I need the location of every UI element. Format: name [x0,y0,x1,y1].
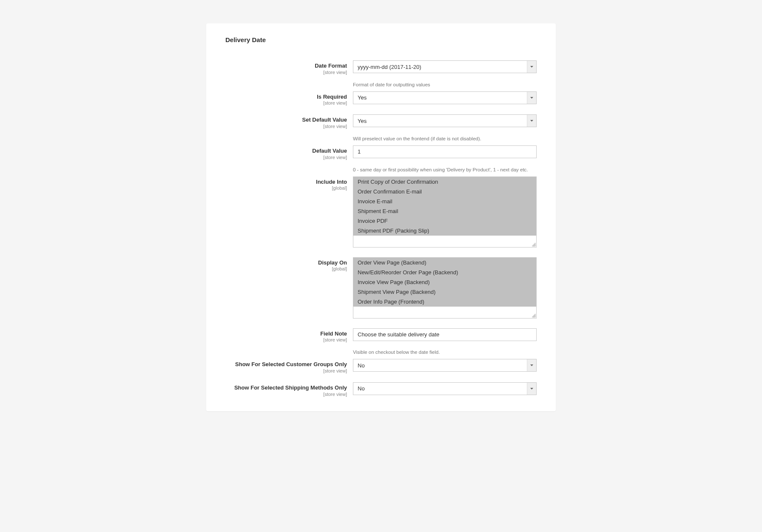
resize-grip-icon [531,242,535,246]
svg-line-2 [532,314,535,317]
select-date-format[interactable]: yyyy-mm-dd (2017-11-20) [353,60,537,73]
scope-display-on: [global] [225,266,347,271]
ms-option[interactable]: Invoice View Page (Backend) [353,277,536,287]
field-row-shipping-methods: Show For Selected Shipping Methods Only … [225,382,537,397]
field-row-include-into: Include Into [global] Print Copy of Orde… [225,176,537,248]
field-row-set-default: Set Default Value [store view] Yes [225,114,537,129]
control-col [353,328,537,341]
select-customer-groups[interactable]: No [353,359,537,372]
multiselect-display-on[interactable]: Order View Page (Backend) New/Edit/Reord… [353,257,537,319]
scope-customer-groups: [store view] [225,368,347,373]
control-col: No [353,382,537,395]
delivery-date-panel: Delivery Date Date Format [store view] y… [206,23,556,411]
select-shipping-methods-value: No [358,385,532,392]
scope-date-format: [store view] [225,70,347,75]
field-row-display-on: Display On [global] Order View Page (Bac… [225,257,537,319]
control-col [353,145,537,158]
label-is-required: Is Required [225,94,347,100]
label-date-format: Date Format [225,63,347,69]
multiselect-include-into[interactable]: Print Copy of Order Confirmation Order C… [353,176,537,248]
label-col: Show For Selected Customer Groups Only [… [225,359,353,373]
ms-option[interactable]: Order Info Page (Frontend) [353,297,536,307]
select-is-required[interactable]: Yes [353,91,537,104]
note-row: 0 - same day or first possibility when u… [225,164,537,176]
note-date-format: Format of date for outputting values [353,81,430,88]
label-include-into: Include Into [225,179,347,185]
scope-default-value: [store view] [225,155,347,160]
select-set-default-value: Yes [358,118,532,124]
label-customer-groups: Show For Selected Customer Groups Only [225,361,347,368]
control-col: yyyy-mm-dd (2017-11-20) [353,60,537,73]
note-row: Will preselect value on the frontend (if… [225,133,537,145]
resize-grip-icon [531,313,535,317]
label-col: Is Required [store view] [225,91,353,106]
label-default-value: Default Value [225,148,347,154]
select-shipping-methods[interactable]: No [353,382,537,395]
note-set-default: Will preselect value on the frontend (if… [353,135,481,142]
select-set-default[interactable]: Yes [353,114,537,127]
ms-option[interactable]: Shipment View Page (Backend) [353,287,536,297]
select-is-required-value: Yes [358,94,532,101]
input-field-note[interactable] [353,328,537,341]
label-display-on: Display On [225,259,347,266]
select-date-format-wrap: yyyy-mm-dd (2017-11-20) [353,60,537,73]
select-customer-groups-wrap: No [353,359,537,372]
ms-option[interactable]: Order View Page (Backend) [353,258,536,267]
scope-is-required: [store view] [225,100,347,105]
scope-field-note: [store view] [225,337,347,342]
note-field-note: Visible on checkout below the date field… [353,349,440,356]
label-col: Date Format [store view] [225,60,353,75]
ms-option[interactable]: Shipment E-mail [353,206,536,216]
note-default-value: 0 - same day or first possibility when u… [353,166,528,173]
scope-set-default: [store view] [225,124,347,129]
ms-option[interactable]: Invoice PDF [353,216,536,226]
select-shipping-methods-wrap: No [353,382,537,395]
ms-option[interactable]: New/Edit/Reorder Order Page (Backend) [353,267,536,277]
label-col: Default Value [store view] [225,145,353,160]
field-row-default-value: Default Value [store view] [225,145,537,160]
label-col: Field Note [store view] [225,328,353,343]
select-is-required-wrap: Yes [353,91,537,104]
select-customer-groups-value: No [358,362,532,369]
scope-shipping-methods: [store view] [225,392,347,397]
field-row-customer-groups: Show For Selected Customer Groups Only [… [225,359,537,373]
note-row: Format of date for outputting values [225,79,537,91]
label-col: Show For Selected Shipping Methods Only … [225,382,353,397]
scope-include-into: [global] [225,185,347,191]
label-col: Display On [global] [225,257,353,272]
control-col: Yes [353,114,537,127]
ms-option[interactable]: Print Copy of Order Confirmation [353,177,536,187]
label-field-note: Field Note [225,330,347,337]
control-col: Yes [353,91,537,104]
label-col: Set Default Value [store view] [225,114,353,129]
select-set-default-wrap: Yes [353,114,537,127]
svg-line-1 [534,245,535,246]
select-date-format-value: yyyy-mm-dd (2017-11-20) [358,64,532,70]
svg-line-0 [532,243,535,246]
control-col: Order View Page (Backend) New/Edit/Reord… [353,257,537,319]
note-row: Visible on checkout below the date field… [225,346,537,359]
control-col: No [353,359,537,372]
label-shipping-methods: Show For Selected Shipping Methods Only [225,384,347,391]
field-row-field-note: Field Note [store view] [225,328,537,343]
label-col: Include Into [global] [225,176,353,191]
svg-line-3 [534,316,535,317]
ms-option[interactable]: Invoice E-mail [353,196,536,206]
ms-option[interactable]: Shipment PDF (Packing Slip) [353,226,536,236]
control-col: Print Copy of Order Confirmation Order C… [353,176,537,248]
input-default-value[interactable] [353,145,537,158]
ms-option[interactable]: Order Confirmation E-mail [353,187,536,196]
field-row-date-format: Date Format [store view] yyyy-mm-dd (201… [225,60,537,75]
field-row-is-required: Is Required [store view] Yes [225,91,537,106]
panel-title: Delivery Date [225,36,537,43]
label-set-default: Set Default Value [225,117,347,123]
